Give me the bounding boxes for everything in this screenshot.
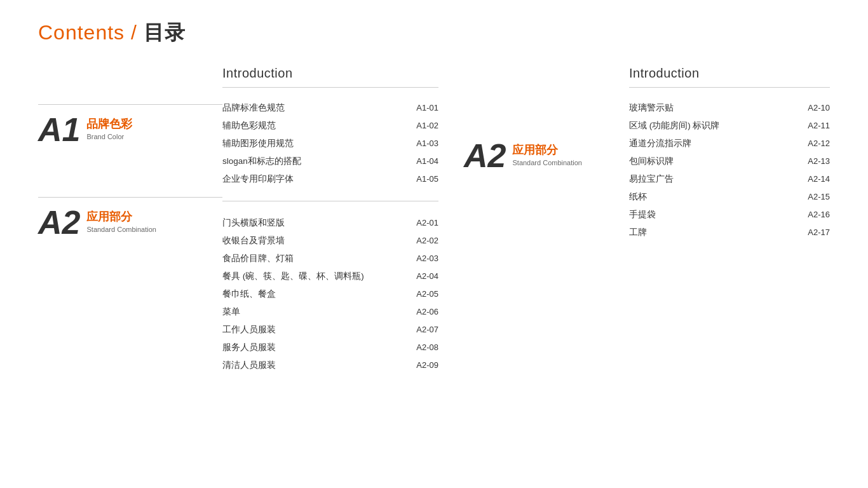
intro-divider-left (222, 87, 438, 88)
toc-item: 门头横版和竖版A2-01 (222, 214, 438, 232)
content-layout: A1 品牌色彩 Brand Color A2 应用部分 Standard Com… (38, 66, 830, 387)
left-toc: Introduction 品牌标准色规范A1-01辅助色彩规范A1-02辅助图形… (222, 66, 464, 387)
toc-item-right: 易拉宝广告A2-14 (629, 170, 830, 188)
toc-item-right: 包间标识牌A2-13 (629, 152, 830, 170)
cat-en-a2-right: Standard Combination (512, 158, 581, 168)
category-label-a2: A2 应用部分 Standard Combination (38, 209, 222, 239)
toc-item-code: A2-05 (416, 289, 438, 299)
toc-group-right: 玻璃警示贴A2-10区域 (功能房间) 标识牌A2-11通道分流指示牌A2-12… (629, 99, 830, 241)
toc-item-code-right: A2-15 (808, 192, 830, 201)
page-title: Contents / 目录 (38, 19, 830, 47)
toc-item-label-right: 玻璃警示贴 (629, 102, 808, 114)
toc-item-code: A2-06 (416, 307, 438, 316)
toc-item-code-right: A2-13 (808, 156, 830, 166)
toc-item-label: 辅助图形使用规范 (222, 138, 416, 149)
cat-en-a1: Brand Color (86, 132, 132, 142)
toc-item: 企业专用印刷字体A1-05 (222, 170, 438, 188)
toc-item-right: 手提袋A2-16 (629, 206, 830, 224)
right-toc: Introduction 玻璃警示贴A2-10区域 (功能房间) 标识牌A2-1… (629, 66, 830, 387)
title-en: Contents / (38, 21, 137, 44)
right-label-col: A2 应用部分 Standard Combination (464, 66, 629, 387)
toc-item: 清洁人员服装A2-09 (222, 356, 438, 374)
toc-item-label: 收银台及背景墙 (222, 235, 416, 247)
toc-item: 辅助色彩规范A1-02 (222, 117, 438, 135)
toc-item-code: A1-05 (416, 174, 438, 184)
toc-item-code: A2-02 (416, 236, 438, 245)
toc-item: 服务人员服装A2-08 (222, 339, 438, 356)
toc-item-label-right: 区域 (功能房间) 标识牌 (629, 120, 808, 132)
toc-item-code: A2-04 (416, 271, 438, 281)
toc-item-code-right: A2-14 (808, 174, 830, 184)
title-zh: 目录 (144, 21, 186, 44)
page-header: Contents / 目录 (38, 19, 830, 47)
toc-item-right: 区域 (功能房间) 标识牌A2-11 (629, 117, 830, 135)
toc-item-label-right: 包间标识牌 (629, 156, 808, 167)
toc-item-code-right: A2-12 (808, 139, 830, 148)
divider-a1 (38, 104, 222, 105)
left-labels: A1 品牌色彩 Brand Color A2 应用部分 Standard Com… (38, 66, 222, 387)
intro-divider-right (629, 87, 830, 88)
toc-item-code-right: A2-16 (808, 210, 830, 219)
toc-group-divider (222, 201, 438, 201)
toc-item-label: 菜单 (222, 306, 416, 318)
category-a1: A1 品牌色彩 Brand Color (38, 104, 222, 146)
toc-item-code: A2-03 (416, 254, 438, 263)
toc-item: 食品价目牌、灯箱A2-03 (222, 250, 438, 268)
toc-group-a2: 门头横版和竖版A2-01收银台及背景墙A2-02食品价目牌、灯箱A2-03餐具 … (222, 214, 438, 374)
toc-item: 工作人员服装A2-07 (222, 321, 438, 339)
toc-item-code: A1-04 (416, 156, 438, 166)
toc-item-label: 食品价目牌、灯箱 (222, 253, 416, 264)
toc-item-label: 餐具 (碗、筷、匙、碟、杯、调料瓶) (222, 271, 416, 282)
toc-item-code: A1-01 (416, 103, 438, 112)
toc-item-code-right: A2-10 (808, 103, 830, 112)
toc-item: slogan和标志的搭配A1-04 (222, 152, 438, 170)
toc-item-label-right: 通道分流指示牌 (629, 138, 808, 149)
toc-item-code: A2-07 (416, 325, 438, 334)
cat-zh-a2: 应用部分 (86, 209, 156, 225)
toc-item-right: 通道分流指示牌A2-12 (629, 135, 830, 152)
toc-item: 收银台及背景墙A2-02 (222, 232, 438, 250)
toc-item: 餐具 (碗、筷、匙、碟、杯、调料瓶)A2-04 (222, 268, 438, 285)
category-a2-left: A2 应用部分 Standard Combination (38, 197, 222, 239)
toc-item: 辅助图形使用规范A1-03 (222, 135, 438, 152)
cat-letter-a2-right: A2 (464, 139, 506, 172)
toc-item-label: 清洁人员服装 (222, 360, 416, 371)
toc-item-label: 服务人员服装 (222, 342, 416, 353)
toc-item: 品牌标准色规范A1-01 (222, 99, 438, 117)
toc-item: 餐巾纸、餐盒A2-05 (222, 285, 438, 303)
toc-item-label-right: 纸杯 (629, 191, 808, 203)
toc-item-label: slogan和标志的搭配 (222, 156, 416, 167)
toc-item-right: 玻璃警示贴A2-10 (629, 99, 830, 117)
toc-item-label: 辅助色彩规范 (222, 120, 416, 132)
toc-item-code: A1-02 (416, 121, 438, 130)
intro-heading-right: Introduction (629, 66, 830, 81)
toc-item-code: A1-03 (416, 139, 438, 148)
right-area: A2 应用部分 Standard Combination Introductio… (464, 66, 830, 387)
toc-group-a1: 品牌标准色规范A1-01辅助色彩规范A1-02辅助图形使用规范A1-03slog… (222, 99, 438, 188)
divider-a2 (38, 197, 222, 198)
toc-item-label: 工作人员服装 (222, 324, 416, 336)
intro-heading-left: Introduction (222, 66, 438, 81)
toc-item: 菜单A2-06 (222, 303, 438, 321)
cat-zh-a2-right: 应用部分 (512, 142, 581, 158)
toc-item-label: 品牌标准色规范 (222, 102, 416, 114)
toc-item-label-right: 工牌 (629, 227, 808, 238)
toc-item-right: 纸杯A2-15 (629, 188, 830, 206)
cat-text-a1: 品牌色彩 Brand Color (86, 116, 132, 142)
toc-item-label: 门头横版和竖版 (222, 217, 416, 229)
cat-text-a2-right: 应用部分 Standard Combination (512, 142, 581, 168)
cat-zh-a1: 品牌色彩 (86, 116, 132, 132)
toc-item-right: 工牌A2-17 (629, 224, 830, 241)
cat-letter-a1: A1 (38, 113, 80, 146)
cat-letter-a2: A2 (38, 206, 80, 239)
category-label-a2-right: A2 应用部分 Standard Combination (464, 142, 629, 172)
cat-text-a2: 应用部分 Standard Combination (86, 209, 156, 235)
category-label-a1: A1 品牌色彩 Brand Color (38, 116, 222, 146)
toc-item-code: A2-08 (416, 342, 438, 352)
toc-item-label: 餐巾纸、餐盒 (222, 288, 416, 300)
cat-en-a2: Standard Combination (86, 225, 156, 234)
toc-item-code-right: A2-17 (808, 227, 830, 237)
toc-item-label: 企业专用印刷字体 (222, 173, 416, 185)
toc-item-label-right: 手提袋 (629, 209, 808, 220)
toc-item-code-right: A2-11 (808, 121, 830, 130)
